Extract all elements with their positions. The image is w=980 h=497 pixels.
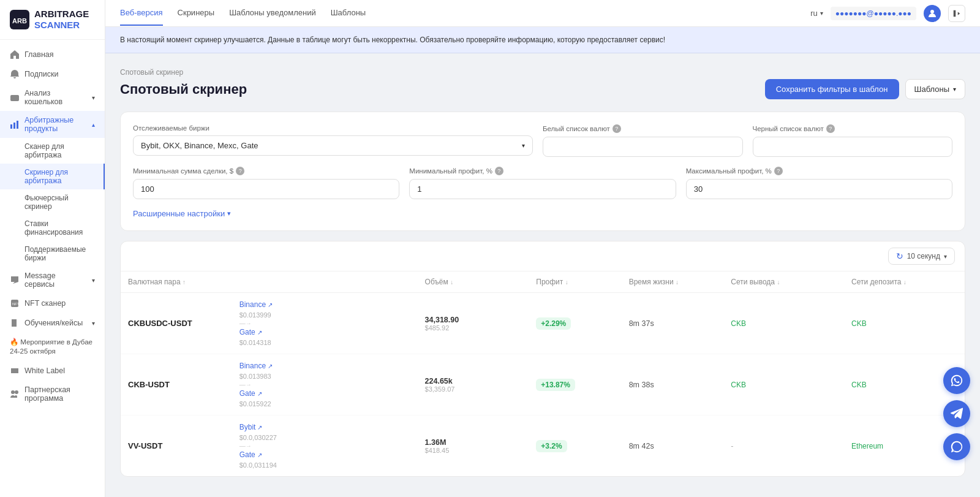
min-profit-input[interactable] xyxy=(409,179,676,199)
table-header-row: Валютная пара ↑ Объём ↓ Профит ↓ xyxy=(121,271,965,293)
lang-chevron: ▾ xyxy=(820,10,823,17)
filter-whitelist: Белый список валют ? xyxy=(543,124,743,157)
refresh-button[interactable]: ↻ 10 секунд ▾ xyxy=(888,248,955,265)
min-sum-input[interactable] xyxy=(133,179,399,199)
sidebar-item-subscriptions[interactable]: Подписки xyxy=(0,64,105,84)
topbar-nav: Веб-версия Скринеры Шаблоны уведомлений … xyxy=(120,1,796,26)
telegram-btn[interactable] xyxy=(943,400,970,427)
templates-label: Шаблоны xyxy=(914,85,950,94)
sidebar-item-screener[interactable]: Скринер для арбитража xyxy=(0,164,105,189)
partner-icon xyxy=(10,389,20,399)
volume-main-2: 1.36M xyxy=(425,438,522,447)
sell-exchange-link-2[interactable]: Gate ↗ xyxy=(239,450,262,459)
sidebar-item-scanner[interactable]: Сканер для арбитража xyxy=(0,138,105,164)
lang-selector[interactable]: ru ▾ xyxy=(810,9,823,18)
buy-exchange-link-1[interactable]: Binance ↗ xyxy=(239,362,273,370)
col-header-time[interactable]: Время жизни ↓ xyxy=(622,271,724,293)
bell-icon xyxy=(10,69,20,79)
sidebar-item-dubai[interactable]: 🔥 Мероприятие в Дубае 24-25 октября xyxy=(0,333,105,361)
profit-cell-2: +3.2% xyxy=(529,415,621,477)
user-email: ●●●●●●●@●●●●●.●●● xyxy=(831,7,916,20)
withdraw-cell-1: CKB xyxy=(723,354,844,415)
logout-button[interactable] xyxy=(948,5,965,22)
whitelist-info-icon[interactable]: ? xyxy=(612,124,621,133)
sidebar-item-whitelabel[interactable]: White Label xyxy=(0,361,105,381)
whitelist-input[interactable] xyxy=(543,137,743,157)
refresh-icon: ↻ xyxy=(896,251,903,261)
exchanges-chevron: ▾ xyxy=(522,142,525,149)
col-header-profit[interactable]: Профит ↓ xyxy=(529,271,621,293)
topbar-link-screeners[interactable]: Скринеры xyxy=(178,1,215,26)
topbar-link-notification-templates[interactable]: Шаблоны уведомлений xyxy=(229,1,316,26)
pair-name-1: CKB-USDT xyxy=(128,380,170,389)
templates-button[interactable]: Шаблоны ▾ xyxy=(905,79,966,99)
refresh-label: 10 секунд xyxy=(907,252,940,260)
deposit-net-1: CKB xyxy=(851,381,867,389)
sidebar-item-message-services[interactable]: Message сервисы ▾ xyxy=(0,267,105,294)
sidebar-item-dubai-label: 🔥 Мероприятие в Дубае 24-25 октября xyxy=(10,338,95,356)
exchanges-select[interactable]: Bybit, OKX, Binance, Mexc, Gate ▾ xyxy=(133,135,533,156)
min-sum-info-icon[interactable]: ? xyxy=(236,167,244,175)
deposit-sort-icon: ↓ xyxy=(903,279,907,286)
col-header-exchange xyxy=(232,271,418,293)
sidebar-item-education[interactable]: Обучения/кейсы ▾ xyxy=(0,313,105,333)
whatsapp-btn[interactable] xyxy=(943,367,970,394)
sidebar-item-partner[interactable]: Партнерская программа xyxy=(0,381,105,408)
sidebar-item-nft[interactable]: NFT NFT сканер xyxy=(0,294,105,313)
sidebar-item-supported-exchanges[interactable]: Поддерживаемые биржи xyxy=(0,241,105,267)
max-profit-info-icon[interactable]: ? xyxy=(774,167,783,175)
sell-exchange-link-0[interactable]: Gate ↗ xyxy=(239,328,262,336)
app-name: ARBITRAGESCANNER xyxy=(34,9,89,31)
sidebar-item-wallets-label: Анализ кошельков xyxy=(24,89,87,106)
save-filters-button[interactable]: Сохранить фильтры в шаблон xyxy=(765,79,899,99)
deposit-cell-0: CKB xyxy=(844,293,965,354)
sidebar-item-futures[interactable]: Фьючерсный скринер xyxy=(0,189,105,215)
volume-main-0: 34,318.90 xyxy=(425,316,522,324)
withdraw-dash-2: - xyxy=(731,442,733,450)
exchanges-label: Отслеживаемые биржи xyxy=(133,124,533,132)
float-buttons xyxy=(943,367,970,460)
filter-blacklist: Черный список валют ? xyxy=(753,124,953,157)
time-cell-2: 8m 42s xyxy=(622,415,724,477)
page-title-row: Спотовый скринер Сохранить фильтры в шаб… xyxy=(120,79,965,99)
buy-exchange-link-2[interactable]: Bybit ↗ xyxy=(239,423,263,431)
filter-min-sum: Минимальная сумма сделки, $ ? xyxy=(133,167,399,199)
col-header-deposit[interactable]: Сети депозита ↓ xyxy=(844,271,965,293)
blacklist-input[interactable] xyxy=(753,137,953,157)
advanced-settings-link[interactable]: Расширенные настройки ▾ xyxy=(133,209,952,218)
sell-price-2: $0.0,031194 xyxy=(239,461,410,469)
chat-btn[interactable] xyxy=(943,433,970,460)
sidebar-item-arbitrage-products[interactable]: Арбитражные продукты ▴ xyxy=(0,111,105,138)
svg-point-9 xyxy=(15,390,18,394)
pair-cell-2: VV-USDT xyxy=(121,415,232,477)
sell-ext-icon-2: ↗ xyxy=(257,452,262,458)
wallet-icon xyxy=(10,93,20,102)
blacklist-label: Черный список валют ? xyxy=(753,124,953,133)
buy-price-1: $0.013983 xyxy=(239,373,410,380)
sidebar-item-funding[interactable]: Ставки финансирования xyxy=(0,215,105,241)
lang-label: ru xyxy=(810,9,818,18)
max-profit-input[interactable] xyxy=(686,179,952,199)
time-cell-1: 8m 38s xyxy=(622,354,724,415)
col-header-pair[interactable]: Валютная пара ↑ xyxy=(121,271,232,293)
user-avatar[interactable] xyxy=(924,5,941,22)
sell-ext-icon-0: ↗ xyxy=(257,329,262,336)
blacklist-info-icon[interactable]: ? xyxy=(826,124,835,133)
topbar-link-web[interactable]: Веб-версия xyxy=(120,1,163,26)
table-header-bar: ↻ 10 секунд ▾ xyxy=(121,241,965,271)
sidebar-item-home[interactable]: Главная xyxy=(0,45,105,64)
sell-price-1: $0.015922 xyxy=(239,400,410,408)
advanced-chevron: ▾ xyxy=(227,210,231,218)
min-profit-info-icon[interactable]: ? xyxy=(495,167,503,175)
buy-exchange-link-0[interactable]: Binance ↗ xyxy=(239,300,273,309)
time-sort-icon: ↓ xyxy=(676,279,679,286)
deposit-net-2: Ethereum xyxy=(851,442,883,450)
col-header-volume[interactable]: Объём ↓ xyxy=(418,271,529,293)
sidebar-item-subscriptions-label: Подписки xyxy=(24,70,58,78)
col-header-withdraw[interactable]: Сети вывода ↓ xyxy=(723,271,844,293)
topbar-link-templates[interactable]: Шаблоны xyxy=(331,1,366,26)
sidebar-item-wallets[interactable]: Анализ кошельков ▾ xyxy=(0,84,105,111)
sell-exchange-link-1[interactable]: Gate ↗ xyxy=(239,389,262,398)
content-area: В настоящий момент скринер улучшается. Д… xyxy=(105,27,980,497)
filter-row-1: Отслеживаемые биржи Bybit, OKX, Binance,… xyxy=(133,124,952,157)
